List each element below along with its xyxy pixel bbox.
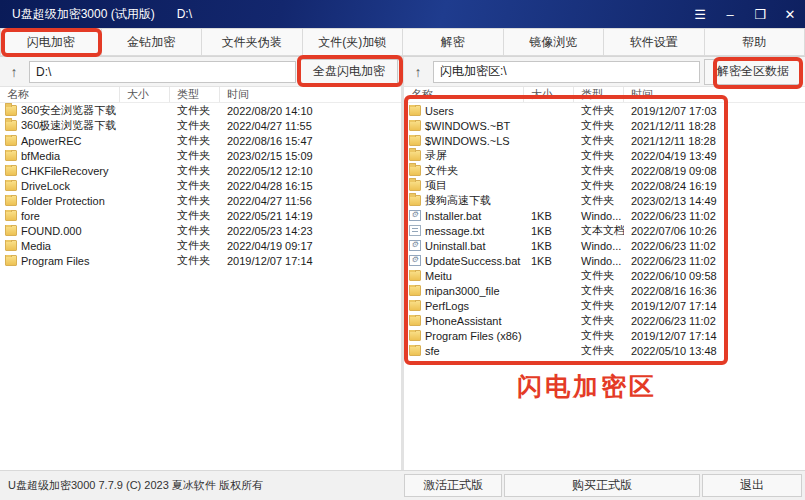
tab-folder-disguise[interactable]: 文件夹伪装 xyxy=(202,28,303,56)
table-row[interactable]: message.txt 1KB 文本文档 2022/07/06 10:26 xyxy=(404,223,805,238)
file-name: PhoneAssistant xyxy=(425,315,501,327)
table-row[interactable]: 搜狗高速下载 文件夹 2023/02/13 14:49 xyxy=(404,193,805,208)
close-icon[interactable]: ✕ xyxy=(775,0,805,28)
file-icon xyxy=(409,195,421,206)
file-type: 文件夹 xyxy=(170,208,220,223)
file-type: Windo... xyxy=(574,210,624,222)
file-name: $WINDOWS.~LS xyxy=(425,135,510,147)
copyright-text: U盘超级加密3000 7.7.9 (C) 2023 夏冰软件 版权所有 xyxy=(0,478,403,493)
column-type[interactable]: 类型 xyxy=(574,87,624,102)
file-size: 1KB xyxy=(524,240,574,252)
file-type: Windo... xyxy=(574,255,624,267)
tab-flash-encrypt[interactable]: 闪电加密 xyxy=(0,28,102,56)
file-time: 2022/08/24 16:19 xyxy=(624,180,805,192)
zone-column-headers: 名称 大小 类型 时间 xyxy=(404,87,805,103)
file-time: 2023/02/15 15:09 xyxy=(220,150,401,162)
column-name[interactable]: 名称 xyxy=(0,87,120,102)
file-type: 文件夹 xyxy=(574,343,624,358)
table-row[interactable]: CHKFileRecovery 文件夹 2022/05/12 12:10 xyxy=(0,163,401,178)
file-time: 2022/06/23 11:02 xyxy=(624,255,805,267)
disk-column-headers: 名称 大小 类型 时间 xyxy=(0,87,401,103)
table-row[interactable]: sfe 文件夹 2022/05/10 13:48 xyxy=(404,343,805,358)
table-row[interactable]: 360安全浏览器下载 文件夹 2022/08/20 14:10 xyxy=(0,103,401,118)
file-type: 文件夹 xyxy=(574,193,624,208)
file-time: 2022/05/12 12:10 xyxy=(220,165,401,177)
tab-image-browse[interactable]: 镜像浏览 xyxy=(504,28,605,56)
column-time[interactable]: 时间 xyxy=(624,87,805,102)
table-row[interactable]: FOUND.000 文件夹 2022/05/23 14:23 xyxy=(0,223,401,238)
file-name: PerfLogs xyxy=(425,300,469,312)
column-size[interactable]: 大小 xyxy=(120,87,170,102)
app-window: U盘超级加密3000 (试用版) D:\ ☰ – ❒ ✕ 闪电加密 金钻加密 文… xyxy=(0,0,805,500)
table-row[interactable]: ApowerREC 文件夹 2022/08/16 15:47 xyxy=(0,133,401,148)
table-row[interactable]: Uninstall.bat 1KB Windo... 2022/06/23 11… xyxy=(404,238,805,253)
table-row[interactable]: Installer.bat 1KB Windo... 2022/06/23 11… xyxy=(404,208,805,223)
table-row[interactable]: Program Files (x86) 文件夹 2019/12/07 17:14 xyxy=(404,328,805,343)
table-row[interactable]: Meitu 文件夹 2022/06/10 09:58 xyxy=(404,268,805,283)
minimize-icon[interactable]: – xyxy=(715,0,745,28)
table-row[interactable]: bfMedia 文件夹 2023/02/15 15:09 xyxy=(0,148,401,163)
file-icon xyxy=(5,105,17,116)
file-name: fore xyxy=(21,210,40,222)
file-icon xyxy=(409,255,421,266)
maximize-icon[interactable]: ❒ xyxy=(745,0,775,28)
table-row[interactable]: $WINDOWS.~BT 文件夹 2021/12/11 18:28 xyxy=(404,118,805,133)
table-row[interactable]: Media 文件夹 2022/04/19 09:17 xyxy=(0,238,401,253)
tab-gold-encrypt[interactable]: 金钻加密 xyxy=(102,28,203,56)
column-type[interactable]: 类型 xyxy=(170,87,220,102)
file-time: 2022/06/23 11:02 xyxy=(624,210,805,222)
table-row[interactable]: 文件夹 文件夹 2022/08/19 09:08 xyxy=(404,163,805,178)
decrypt-all-button[interactable]: 解密全区数据 xyxy=(704,59,802,85)
disk-nav-bar: ↑ D:\ 全盘闪电加密 xyxy=(0,57,401,87)
tab-settings[interactable]: 软件设置 xyxy=(604,28,705,56)
file-size: 1KB xyxy=(524,225,574,237)
zone-nav-bar: ↑ 闪电加密区:\ 解密全区数据 xyxy=(404,57,805,87)
table-row[interactable]: Program Files 文件夹 2019/12/07 17:14 xyxy=(0,253,401,268)
column-time[interactable]: 时间 xyxy=(220,87,401,102)
file-name: mipan3000_file xyxy=(425,285,500,297)
table-row[interactable]: mipan3000_file 文件夹 2022/08/16 16:36 xyxy=(404,283,805,298)
file-name: message.txt xyxy=(425,225,484,237)
tab-decrypt[interactable]: 解密 xyxy=(403,28,504,56)
zone-path-input[interactable]: 闪电加密区:\ xyxy=(433,61,700,83)
menu-icon[interactable]: ☰ xyxy=(685,0,715,28)
window-title-path: D:\ xyxy=(155,7,192,21)
table-row[interactable]: PerfLogs 文件夹 2019/12/07 17:14 xyxy=(404,298,805,313)
table-row[interactable]: Folder Protection 文件夹 2022/04/27 11:56 xyxy=(0,193,401,208)
file-time: 2022/08/19 09:08 xyxy=(624,165,805,177)
activate-button[interactable]: 激活正式版 xyxy=(404,474,502,497)
up-arrow-icon[interactable]: ↑ xyxy=(407,60,429,84)
file-time: 2022/08/20 14:10 xyxy=(220,105,401,117)
table-row[interactable]: PhoneAssistant 文件夹 2022/06/23 11:02 xyxy=(404,313,805,328)
file-icon xyxy=(409,315,421,326)
table-row[interactable]: 360极速浏览器下载 文件夹 2022/04/27 11:55 xyxy=(0,118,401,133)
file-name: Program Files (x86) xyxy=(425,330,522,342)
encrypt-all-button[interactable]: 全盘闪电加密 xyxy=(300,59,398,85)
buy-button[interactable]: 购买正式版 xyxy=(504,474,700,497)
file-type: 文件夹 xyxy=(170,193,220,208)
file-time: 2022/05/23 14:23 xyxy=(220,225,401,237)
table-row[interactable]: Users 文件夹 2019/12/07 17:03 xyxy=(404,103,805,118)
window-title: U盘超级加密3000 (试用版) xyxy=(0,6,155,23)
table-row[interactable]: 录屏 文件夹 2022/04/19 13:49 xyxy=(404,148,805,163)
file-name: ApowerREC xyxy=(21,135,82,147)
table-row[interactable]: $WINDOWS.~LS 文件夹 2021/12/11 18:28 xyxy=(404,133,805,148)
file-icon xyxy=(5,225,17,236)
file-type: Windo... xyxy=(574,240,624,252)
table-row[interactable]: fore 文件夹 2022/05/21 14:19 xyxy=(0,208,401,223)
table-row[interactable]: 项目 文件夹 2022/08/24 16:19 xyxy=(404,178,805,193)
tab-file-lock[interactable]: 文件(夹)加锁 xyxy=(303,28,404,56)
table-row[interactable]: UpdateSuccess.bat 1KB Windo... 2022/06/2… xyxy=(404,253,805,268)
file-icon xyxy=(5,240,17,251)
tab-help[interactable]: 帮助 xyxy=(705,28,805,56)
column-size[interactable]: 大小 xyxy=(524,87,574,102)
file-icon xyxy=(409,285,421,296)
exit-button[interactable]: 退出 xyxy=(702,474,802,497)
file-icon xyxy=(409,150,421,161)
file-icon xyxy=(409,105,421,116)
up-arrow-icon[interactable]: ↑ xyxy=(3,60,25,84)
column-name[interactable]: 名称 xyxy=(404,87,524,102)
table-row[interactable]: DriveLock 文件夹 2022/04/28 16:15 xyxy=(0,178,401,193)
zone-file-list: Users 文件夹 2019/12/07 17:03 $WINDOWS.~BT … xyxy=(404,103,805,358)
disk-path-input[interactable]: D:\ xyxy=(29,61,296,83)
